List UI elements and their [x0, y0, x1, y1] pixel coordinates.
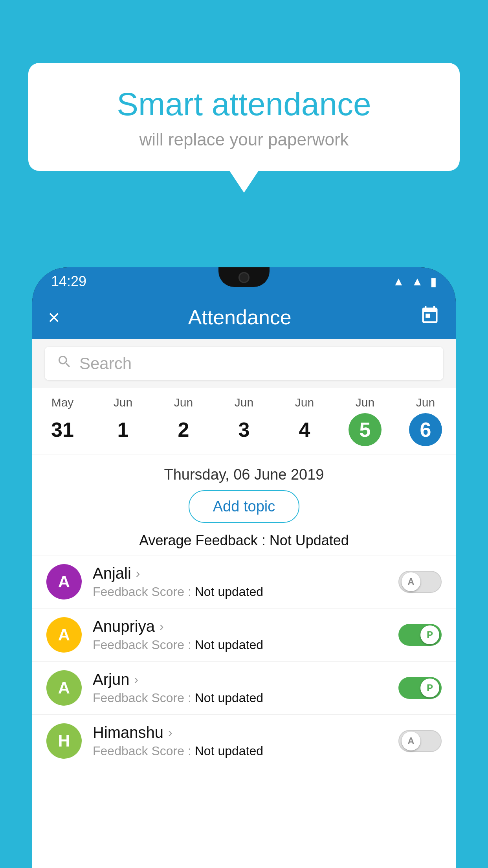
search-icon [57, 354, 72, 373]
app-bar: × Attendance [32, 296, 456, 339]
date-month-1: Jun [114, 396, 132, 409]
add-topic-button[interactable]: Add topic [32, 490, 456, 523]
date-col-6[interactable]: Jun 6 [395, 396, 456, 454]
search-input[interactable]: Search [79, 354, 132, 373]
date-col-0[interactable]: May 31 [32, 396, 93, 454]
student-name-1: Anupriya › [93, 618, 387, 635]
student-row-1[interactable]: A Anupriya › Feedback Score : Not update… [32, 608, 456, 661]
date-day-5: 5 [349, 413, 382, 446]
selected-date-label: Thursday, 06 June 2019 [32, 454, 456, 490]
toggle-knob-0: A [402, 572, 420, 591]
date-day-4: 4 [288, 413, 321, 446]
student-row-3[interactable]: H Himanshu › Feedback Score : Not update… [32, 714, 456, 767]
status-time: 14:29 [51, 273, 86, 290]
student-row-2[interactable]: A Arjun › Feedback Score : Not updated P [32, 661, 456, 714]
date-day-6: 6 [409, 413, 442, 446]
student-row-0[interactable]: A Anjali › Feedback Score : Not updated … [32, 555, 456, 608]
date-col-4[interactable]: Jun 4 [274, 396, 335, 454]
chevron-icon-2: › [134, 672, 138, 687]
attendance-toggle-3[interactable]: A [398, 730, 442, 752]
student-avatar-0: A [46, 564, 82, 600]
dates-row: May 31 Jun 1 Jun 2 Jun 3 Jun 4 Jun 5 Jun… [32, 388, 456, 454]
student-feedback-0: Feedback Score : Not updated [93, 585, 387, 599]
date-month-4: Jun [295, 396, 314, 409]
student-avatar-2: A [46, 670, 82, 706]
student-info-3: Himanshu › Feedback Score : Not updated [93, 724, 387, 758]
attendance-toggle-1[interactable]: P [398, 624, 442, 646]
student-feedback-3: Feedback Score : Not updated [93, 744, 387, 758]
student-avatar-1: A [46, 617, 82, 653]
date-day-1: 1 [106, 413, 139, 446]
date-month-5: Jun [356, 396, 374, 409]
close-button[interactable]: × [48, 305, 60, 329]
battery-icon: ▮ [430, 275, 437, 289]
date-day-2: 2 [167, 413, 200, 446]
search-bar-container: Search [32, 339, 456, 388]
date-day-3: 3 [227, 413, 261, 446]
date-month-3: Jun [235, 396, 253, 409]
student-name-2: Arjun › [93, 671, 387, 688]
speech-bubble: Smart attendance will replace your paper… [28, 63, 460, 171]
student-avatar-3: H [46, 723, 82, 759]
student-name-0: Anjali › [93, 565, 387, 582]
status-icons: ▲ ▲ ▮ [393, 275, 437, 289]
notch [218, 267, 270, 287]
date-day-0: 31 [46, 413, 79, 446]
screen-content: Search May 31 Jun 1 Jun 2 Jun 3 Jun 4 Ju… [32, 339, 456, 868]
date-month-6: Jun [416, 396, 435, 409]
toggle-knob-2: P [420, 679, 439, 697]
date-month-0: May [51, 396, 74, 409]
date-month-2: Jun [174, 396, 193, 409]
bubble-title: Smart attendance [48, 86, 440, 122]
chevron-icon-3: › [168, 725, 172, 740]
signal-icon: ▲ [411, 275, 423, 288]
chevron-icon-1: › [160, 619, 164, 634]
date-col-1[interactable]: Jun 1 [93, 396, 153, 454]
attendance-toggle-0[interactable]: A [398, 571, 442, 593]
student-name-3: Himanshu › [93, 724, 387, 741]
student-feedback-1: Feedback Score : Not updated [93, 638, 387, 652]
app-bar-title: Attendance [188, 305, 292, 329]
date-col-5[interactable]: Jun 5 [335, 396, 395, 454]
attendance-toggle-2[interactable]: P [398, 677, 442, 699]
add-topic-label[interactable]: Add topic [189, 490, 299, 523]
wifi-icon: ▲ [393, 275, 405, 288]
student-feedback-2: Feedback Score : Not updated [93, 691, 387, 705]
date-col-3[interactable]: Jun 3 [214, 396, 274, 454]
student-info-1: Anupriya › Feedback Score : Not updated [93, 618, 387, 652]
avg-feedback: Average Feedback : Not Updated [32, 532, 456, 549]
student-info-2: Arjun › Feedback Score : Not updated [93, 671, 387, 705]
chevron-icon-0: › [136, 566, 140, 581]
student-info-0: Anjali › Feedback Score : Not updated [93, 565, 387, 599]
date-col-2[interactable]: Jun 2 [153, 396, 214, 454]
toggle-knob-3: A [402, 732, 420, 750]
calendar-icon[interactable] [420, 305, 440, 330]
camera [238, 272, 250, 283]
students-list: A Anjali › Feedback Score : Not updated … [32, 555, 456, 767]
phone-frame: 14:29 ▲ ▲ ▮ × Attendance Search [32, 267, 456, 868]
search-input-wrap[interactable]: Search [45, 347, 443, 380]
bubble-subtitle: will replace your paperwork [48, 130, 440, 149]
toggle-knob-1: P [420, 625, 439, 644]
